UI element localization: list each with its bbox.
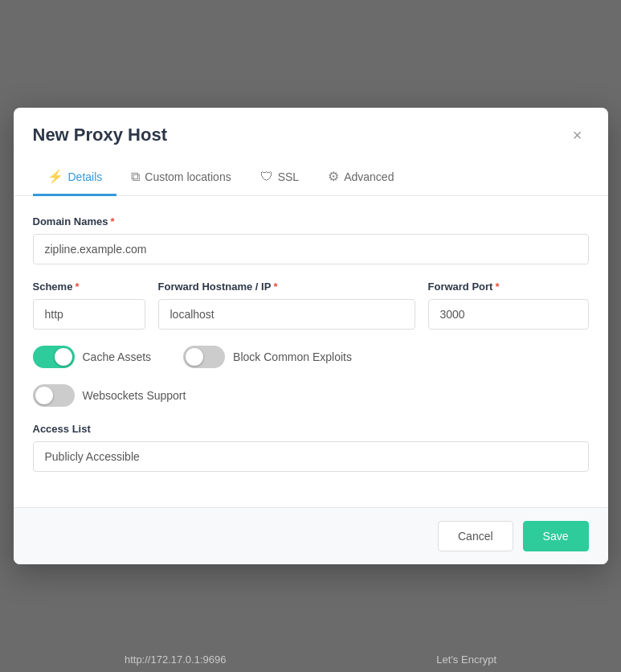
cache-assets-label: Cache Assets [83,350,152,363]
tab-ssl[interactable]: 🛡 SSL [246,159,313,196]
modal-dialog: New Proxy Host × ⚡ Details ⧉ Custom loca… [14,108,608,564]
modal-title: New Proxy Host [33,125,168,145]
cache-assets-toggle-group: Cache Assets [33,346,152,368]
gear-icon: ⚙ [328,169,339,184]
cache-assets-slider [33,346,75,368]
scheme-label: Scheme* [33,281,145,293]
websockets-toggle[interactable] [33,384,75,407]
tab-details[interactable]: ⚡ Details [33,159,117,196]
websockets-label: Websockets Support [83,389,186,402]
modal-footer: Cancel Save [14,507,608,564]
tab-ssl-label: SSL [278,170,299,183]
scheme-input[interactable] [33,299,145,330]
domain-names-group: Domain Names* [33,215,589,264]
block-exploits-slider [183,346,225,368]
close-button[interactable]: × [566,124,589,146]
bg-hint-right: Let's Encrypt [436,654,496,666]
access-list-input[interactable] [33,441,589,472]
cache-assets-toggle[interactable] [33,346,75,368]
connection-fields-row: Scheme* Forward Hostname / IP* Forward P… [33,281,589,330]
forward-hostname-col: Forward Hostname / IP* [158,281,415,330]
modal-body: Domain Names* Scheme* Forward Hostname /… [14,196,608,507]
forward-hostname-label: Forward Hostname / IP* [158,281,415,293]
block-exploits-label: Block Common Exploits [233,350,352,363]
websockets-slider [33,384,75,407]
forward-port-label: Forward Port* [428,281,589,293]
scheme-col: Scheme* [33,281,145,330]
shield-icon: 🛡 [260,170,273,184]
forward-hostname-input[interactable] [158,299,415,330]
save-button[interactable]: Save [523,521,589,551]
domain-names-label: Domain Names* [33,215,589,227]
details-icon: ⚡ [47,169,63,184]
forward-port-input[interactable] [428,299,589,330]
access-list-group: Access List [33,423,589,472]
tab-bar: ⚡ Details ⧉ Custom locations 🛡 SSL ⚙ Adv… [14,159,608,196]
domain-names-input[interactable] [33,234,589,264]
modal-overlay: http://172.17.0.1:9696 Let's Encrypt New… [0,0,621,672]
forward-port-col: Forward Port* [428,281,589,330]
tab-advanced-label: Advanced [344,170,394,183]
access-list-label: Access List [33,423,589,435]
layers-icon: ⧉ [131,170,140,184]
tab-custom-locations[interactable]: ⧉ Custom locations [116,159,245,196]
tab-advanced[interactable]: ⚙ Advanced [313,159,408,196]
websockets-toggle-group: Websockets Support [33,384,186,407]
toggles-row-2: Websockets Support [33,384,589,407]
block-exploits-toggle-group: Block Common Exploits [183,346,352,368]
tab-custom-locations-label: Custom locations [145,170,231,183]
background-hint: http://172.17.0.1:9696 Let's Encrypt [0,647,621,672]
bg-hint-left: http://172.17.0.1:9696 [125,654,227,666]
toggles-row-1: Cache Assets Block Common Exploits [33,346,589,368]
cancel-button[interactable]: Cancel [438,521,513,551]
modal-header: New Proxy Host × [14,108,608,159]
block-exploits-toggle[interactable] [183,346,225,368]
required-star: * [110,215,114,227]
tab-details-label: Details [68,170,103,183]
